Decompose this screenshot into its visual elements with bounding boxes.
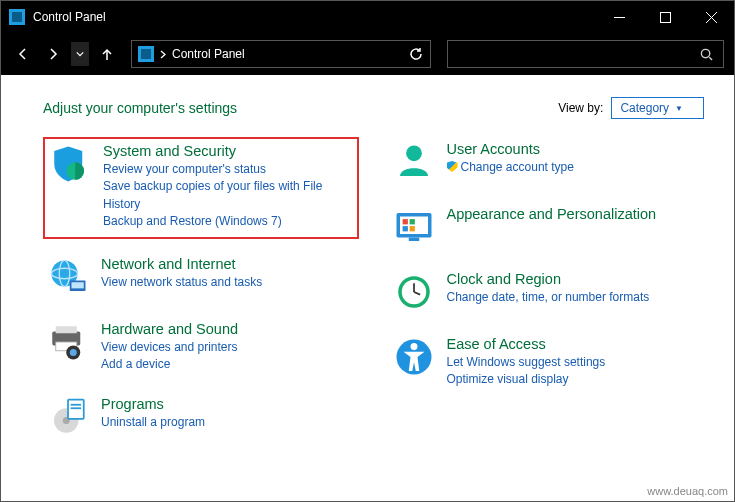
clock-icon [393, 271, 435, 313]
category-title[interactable]: Network and Internet [101, 256, 262, 272]
page-title: Adjust your computer's settings [43, 100, 558, 116]
svg-rect-27 [409, 219, 414, 224]
category-title[interactable]: Programs [101, 396, 205, 412]
category-hardware-and-sound[interactable]: Hardware and Sound View devices and prin… [43, 317, 359, 378]
view-by-select[interactable]: Category [611, 97, 704, 119]
svg-point-36 [410, 343, 417, 350]
back-button[interactable] [11, 42, 35, 66]
navigation-bar: Control Panel [1, 33, 734, 75]
control-panel-icon [138, 46, 154, 62]
link-review-status[interactable]: Review your computer's status [103, 161, 351, 178]
globe-icon [47, 256, 89, 298]
window-title: Control Panel [33, 10, 596, 24]
view-by-label: View by: [558, 101, 603, 115]
up-button[interactable] [95, 42, 119, 66]
svg-rect-26 [402, 219, 407, 224]
close-button[interactable] [688, 1, 734, 33]
left-column: System and Security Review your computer… [43, 137, 359, 457]
link-change-account-type[interactable]: Change account type [447, 159, 574, 176]
svg-rect-29 [409, 226, 414, 231]
link-add-device[interactable]: Add a device [101, 356, 238, 373]
link-backup-restore[interactable]: Backup and Restore (Windows 7) [103, 213, 351, 230]
control-panel-icon [9, 9, 25, 25]
svg-rect-28 [402, 226, 407, 231]
user-icon [393, 141, 435, 183]
right-column: User Accounts Change account type Appear… [389, 137, 705, 457]
link-network-status[interactable]: View network status and tasks [101, 274, 262, 291]
svg-point-5 [701, 49, 709, 57]
programs-icon [47, 396, 89, 438]
breadcrumb[interactable]: Control Panel [160, 47, 245, 61]
category-clock-and-region[interactable]: Clock and Region Change date, time, or n… [389, 267, 705, 317]
shield-icon [49, 143, 91, 185]
forward-button[interactable] [41, 42, 65, 66]
link-file-history[interactable]: Save backup copies of your files with Fi… [103, 178, 351, 213]
link-uninstall-program[interactable]: Uninstall a program [101, 414, 205, 431]
category-title[interactable]: User Accounts [447, 141, 574, 157]
accessibility-icon [393, 336, 435, 378]
breadcrumb-root[interactable]: Control Panel [172, 47, 245, 61]
search-icon [700, 48, 713, 61]
svg-rect-1 [660, 12, 670, 22]
category-title[interactable]: Ease of Access [447, 336, 606, 352]
svg-rect-30 [408, 238, 419, 242]
category-system-and-security[interactable]: System and Security Review your computer… [43, 137, 359, 239]
address-bar[interactable]: Control Panel [131, 40, 431, 68]
category-title[interactable]: Clock and Region [447, 271, 650, 287]
link-devices-printers[interactable]: View devices and printers [101, 339, 238, 356]
category-title[interactable]: Appearance and Personalization [447, 206, 657, 222]
svg-rect-21 [71, 404, 82, 406]
link-suggest-settings[interactable]: Let Windows suggest settings [447, 354, 606, 371]
view-by-control: View by: Category [558, 97, 704, 119]
category-programs[interactable]: Programs Uninstall a program [43, 392, 359, 442]
category-title[interactable]: System and Security [103, 143, 351, 159]
svg-rect-12 [72, 282, 84, 288]
category-title[interactable]: Hardware and Sound [101, 321, 238, 337]
svg-rect-22 [71, 408, 82, 410]
svg-rect-14 [56, 326, 77, 333]
svg-point-17 [70, 349, 77, 356]
category-user-accounts[interactable]: User Accounts Change account type [389, 137, 705, 187]
search-input[interactable] [447, 40, 724, 68]
monitor-icon [393, 206, 435, 248]
title-bar: Control Panel [1, 1, 734, 33]
category-appearance-personalization[interactable]: Appearance and Personalization [389, 202, 705, 252]
refresh-button[interactable] [402, 47, 430, 61]
svg-point-23 [406, 145, 422, 161]
maximize-button[interactable] [642, 1, 688, 33]
watermark: www.deuaq.com [647, 485, 728, 497]
minimize-button[interactable] [596, 1, 642, 33]
link-change-formats[interactable]: Change date, time, or number formats [447, 289, 650, 306]
category-network-and-internet[interactable]: Network and Internet View network status… [43, 252, 359, 302]
content-area: Adjust your computer's settings View by:… [1, 75, 734, 467]
recent-locations-button[interactable] [71, 42, 89, 66]
category-ease-of-access[interactable]: Ease of Access Let Windows suggest setti… [389, 332, 705, 393]
link-optimize-display[interactable]: Optimize visual display [447, 371, 606, 388]
printer-icon [47, 321, 89, 363]
svg-line-6 [709, 57, 712, 60]
